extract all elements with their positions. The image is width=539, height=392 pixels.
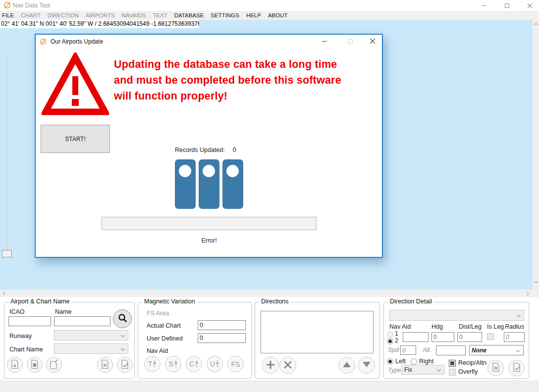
altitude-mode-select[interactable]: None	[469, 345, 524, 355]
search-button[interactable]	[113, 309, 132, 328]
save-chart-button[interactable]	[27, 357, 43, 373]
new-chart-button[interactable]	[46, 357, 62, 373]
runway-select[interactable]	[54, 330, 128, 341]
chart-name-select[interactable]	[54, 343, 128, 354]
south-mag-button[interactable]: SN	[165, 356, 181, 372]
recip-altn-checkbox[interactable]	[449, 360, 456, 367]
user-mag-button[interactable]: UN	[207, 356, 223, 372]
triangle-up-icon	[343, 362, 351, 369]
hdg-input[interactable]	[431, 332, 454, 342]
chevron-down-icon	[436, 366, 441, 373]
menu-item-about[interactable]: ABOUT	[268, 12, 288, 18]
fs-mag-button[interactable]: FS	[227, 356, 244, 372]
spd-input[interactable]	[400, 345, 416, 355]
vertical-scrollbar[interactable]	[533, 20, 539, 290]
true-north-button[interactable]: TN	[144, 356, 161, 372]
dist-leg-input[interactable]	[457, 332, 482, 342]
icao-input[interactable]	[8, 316, 51, 326]
doc-plus-icon	[10, 359, 19, 371]
runway-label: Runway	[9, 333, 32, 340]
maximize-button[interactable]	[498, 0, 515, 11]
move-up-button[interactable]	[338, 357, 355, 374]
compass-needle-icon: N	[174, 360, 178, 369]
left-radio[interactable]	[387, 358, 393, 365]
menu-item-help[interactable]: HELP	[246, 12, 261, 18]
delete-direction-detail-button[interactable]	[487, 360, 504, 376]
window-title: Nav Data Tool	[13, 2, 50, 9]
confirm-chart-button[interactable]	[117, 357, 133, 373]
overfly-label: Overfly	[458, 368, 478, 375]
move-down-button[interactable]	[358, 357, 375, 374]
panel-footer	[0, 380, 539, 392]
start-button[interactable]: START!	[41, 125, 110, 153]
error-label: Error!	[102, 237, 317, 244]
doc-check-icon	[512, 362, 521, 374]
dialog-maximize-button[interactable]	[342, 36, 358, 47]
user-defined-input[interactable]	[198, 333, 246, 343]
nav-aid-1-radio[interactable]	[387, 331, 393, 338]
menu-item-text[interactable]: TEXT	[153, 12, 167, 18]
doc-check-icon	[120, 359, 129, 371]
menu-item-navaids[interactable]: NAVAIDS	[122, 12, 146, 18]
menu-item-chart[interactable]: CHART	[21, 12, 40, 18]
scroll-up-icon[interactable]	[534, 23, 538, 25]
nav-aid-label: Nav Aid	[389, 323, 411, 330]
dialog-close-button[interactable]	[365, 36, 380, 47]
cross-icon	[283, 360, 292, 371]
actual-chart-input[interactable]	[198, 320, 246, 330]
progress-bar	[102, 217, 317, 230]
zoom-slider[interactable]	[6, 54, 8, 251]
menu-item-settings[interactable]: SETTINGS	[211, 12, 239, 18]
nav-aid-input[interactable]	[403, 332, 429, 342]
group-title: Magnetic Variation	[142, 298, 197, 305]
chart-name-label: Chart Name	[9, 346, 43, 353]
records-updated-value: 0	[233, 147, 236, 153]
menu-item-file[interactable]: FILE	[2, 12, 14, 18]
directions-listbox[interactable]	[261, 311, 374, 353]
menu-item-airports[interactable]: AIRPORTS	[86, 12, 115, 18]
dialog-minimize-button[interactable]	[317, 36, 332, 47]
is-leg-checkbox[interactable]	[487, 333, 494, 340]
records-updated-label: Records Updated:	[175, 147, 225, 153]
minimize-button[interactable]	[476, 0, 492, 11]
warning-text: Updating the database can take a long ti…	[114, 56, 381, 104]
database-icon	[175, 159, 196, 209]
add-direction-button[interactable]	[262, 357, 279, 374]
chart-mag-button[interactable]: CN	[186, 356, 202, 372]
menu-item-direction[interactable]: DIRECTION	[48, 12, 79, 18]
recip-altn-label: Recip/Altn	[458, 359, 486, 366]
svg-text:N: N	[196, 365, 198, 367]
right-radio[interactable]	[411, 358, 417, 365]
database-icons	[175, 159, 243, 209]
group-directions: Directions	[255, 302, 379, 379]
warning-line: will function properly!	[114, 88, 381, 104]
scroll-down-icon[interactable]	[534, 281, 538, 284]
database-icon	[222, 159, 243, 209]
warning-line: and must be completed before this softwa…	[114, 72, 381, 88]
zoom-slider-thumb[interactable]	[2, 250, 12, 257]
direction-select[interactable]	[389, 310, 524, 321]
chevron-down-icon	[120, 345, 125, 352]
warning-line: Updating the database can take a long ti…	[114, 56, 381, 72]
delete-chart-button[interactable]	[97, 357, 113, 373]
chevron-down-icon	[516, 347, 521, 354]
type-select[interactable]: Fix	[402, 365, 444, 375]
remove-direction-button[interactable]	[279, 357, 296, 374]
confirm-direction-detail-button[interactable]	[508, 360, 525, 376]
name-input[interactable]	[54, 316, 110, 326]
close-button[interactable]	[521, 0, 538, 11]
svg-text:N: N	[154, 365, 156, 367]
add-chart-button[interactable]	[7, 357, 23, 373]
overfly-checkbox[interactable]	[449, 369, 456, 376]
doc-delete-icon	[491, 362, 500, 374]
scroll-left-icon[interactable]	[2, 292, 5, 295]
horizontal-scrollbar[interactable]	[0, 290, 539, 297]
scroll-right-icon[interactable]	[527, 292, 529, 295]
alt-input[interactable]	[436, 345, 466, 355]
nav-aid-2-radio[interactable]	[387, 338, 393, 344]
user-defined-label: User Defined	[147, 335, 183, 342]
radius-input[interactable]	[504, 332, 525, 342]
menu-item-database[interactable]: DATABASE	[174, 12, 204, 18]
dialog-logo-icon	[40, 38, 47, 47]
search-icon	[118, 313, 127, 324]
